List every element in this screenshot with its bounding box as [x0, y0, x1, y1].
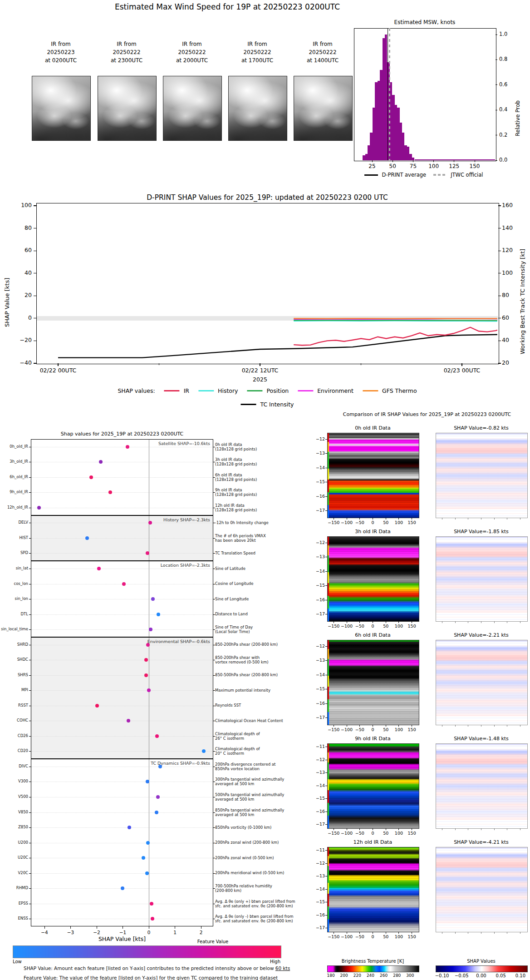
- dotplot-feature-label: Z850: [0, 825, 28, 829]
- panel-y-tick: [325, 646, 327, 647]
- dotplot-gridline: [31, 508, 213, 508]
- panel-x-tick: [347, 725, 347, 727]
- line-swatch: [247, 390, 263, 391]
- panel-y-tick-label: −14: [313, 783, 325, 788]
- panel-y-tick-label: −17: [313, 715, 325, 720]
- dotplot-left-tick: [29, 523, 31, 523]
- ts-left-tick-label: 40: [13, 269, 32, 276]
- dotplot-zero-line: [149, 439, 149, 926]
- panel-x-tick-label: 150: [404, 624, 420, 629]
- dotplot-gridline: [31, 645, 213, 645]
- hist-y-tick: [496, 160, 497, 161]
- hist-legend-item: D-PRINT average: [364, 172, 426, 178]
- panel-x-tick: [347, 621, 347, 623]
- dotplot-feature-label: SHRD: [0, 642, 28, 647]
- ir-thumbnail-label: IR from 20250222 at 2000UTC: [163, 40, 221, 64]
- dotplot-x-tick: [97, 926, 97, 929]
- dotplot-gridline: [31, 660, 213, 660]
- line-swatch: [198, 390, 214, 391]
- hist-legend-label: D-PRINT average: [382, 172, 426, 178]
- panel-x-tick: [373, 518, 373, 520]
- dotplot-feature-label: MPI: [0, 688, 28, 692]
- dotplot-section-divider: [31, 637, 213, 638]
- shap-colorbar-tick-label: 0.00: [472, 973, 491, 978]
- dotplot-x-tick-label: −3: [63, 930, 79, 935]
- dotplot-left-tick: [29, 706, 31, 706]
- ir-panel-title: 9h old IR Data: [327, 736, 418, 742]
- shap-dot: [99, 460, 103, 464]
- dotplot-feature-label: 0h_old_IR: [0, 444, 28, 449]
- shap-dot: [142, 856, 145, 860]
- hist-x-tick-label: 150: [466, 163, 484, 169]
- ts-left-tick: [34, 273, 36, 273]
- dotplot-left-tick: [29, 827, 31, 828]
- dotplot-left-tick: [29, 675, 31, 676]
- shap-panel-x-tick: [468, 932, 468, 934]
- ts-right-axis-label: Working Best Track TC Intensity [kt]: [519, 213, 526, 354]
- solid-line-swatch: [364, 174, 378, 176]
- panel-y-tick-label: −17: [313, 822, 325, 827]
- dotplot-feature-label: V300: [0, 779, 28, 783]
- panel-y-tick: [325, 902, 327, 902]
- panel-y-tick-label: −16: [313, 597, 325, 602]
- dotplot-feature-description: Cosine of Longitude: [215, 581, 306, 586]
- dotplot-feature-label: V500: [0, 794, 28, 799]
- timeseries-legend-item: TC Intensity: [240, 401, 294, 408]
- hist-legend-item: JTWC official: [433, 172, 483, 178]
- ts-right-tick-label: 20: [502, 359, 509, 366]
- dotplot-left-tick: [29, 812, 31, 813]
- shap-colorbar-tick-label: −0.05: [452, 973, 471, 978]
- shap-dot: [146, 841, 150, 845]
- panel-y-tick: [325, 889, 327, 890]
- dotplot-gridline: [31, 858, 213, 858]
- dotplot-feature-description: 850hPa vorticity (0-1000 km): [215, 825, 306, 830]
- dotplot-left-tick: [29, 538, 31, 539]
- panel-y-tick: [325, 850, 327, 851]
- shap-panel-x-tick: [481, 932, 481, 934]
- dotplot-x-tick-label: −4: [36, 930, 53, 935]
- ts-left-tick-label: 0: [13, 314, 32, 321]
- line-swatch: [363, 390, 378, 391]
- dotplot-feature-description: TC Translation Speed: [215, 551, 306, 555]
- dotplot-left-tick: [29, 462, 31, 462]
- comparison-title: Comparison of IR SHAP Values for 2025_19…: [323, 411, 530, 417]
- panel-y-tick-label: −13: [313, 658, 325, 663]
- dotplot-x-tick-label: −1: [115, 930, 131, 935]
- panel-y-tick-label: −16: [313, 912, 325, 917]
- dotplot-feature-description: 0h old IR data (128x128 grid points): [215, 442, 306, 451]
- dotplot-gridline: [31, 812, 213, 813]
- panel-y-tick: [325, 543, 327, 543]
- shap-panel-x-tick: [455, 725, 456, 727]
- timeseries-legend-item: History: [198, 387, 238, 394]
- shap-panel-title: SHAP Value=-4.21 kts: [436, 839, 527, 845]
- feature-value-colorbar: [13, 945, 281, 958]
- panel-x-tick: [373, 932, 373, 934]
- timeseries-legend-item: GFS Thermo: [363, 387, 417, 394]
- panel-x-tick: [386, 932, 386, 934]
- dotplot-x-tick: [70, 926, 71, 929]
- panel-y-tick-label: −12: [313, 861, 325, 866]
- shap-dot: [95, 704, 99, 708]
- panel-y-tick: [325, 571, 327, 572]
- dotplot-left-tick: [29, 599, 31, 599]
- ts-left-tick: [34, 341, 36, 341]
- panel-x-tick: [347, 518, 347, 520]
- shap-panel-x-tick: [442, 518, 442, 520]
- dotplot-section-band: [31, 637, 213, 759]
- shap-panel-x-tick: [455, 621, 456, 623]
- shap-dot: [155, 734, 159, 738]
- ts-right-tick: [498, 205, 501, 206]
- ts-right-tick: [498, 273, 501, 273]
- brightness-colorbar-tick-label: 300: [403, 973, 417, 978]
- panel-y-tick: [325, 760, 327, 760]
- panel-x-tick: [398, 725, 399, 727]
- dotplot-left-tick: [29, 492, 31, 493]
- shap-panel-x-tick: [494, 518, 495, 520]
- ts-right-tick-label: 40: [502, 337, 509, 343]
- timeseries-legend-label: Environment: [317, 387, 353, 394]
- panel-x-tick: [398, 828, 399, 830]
- ts-left-tick: [34, 363, 36, 363]
- panel-x-tick: [398, 621, 399, 623]
- hist-y-tick-label: 0.0: [499, 157, 507, 163]
- panel-x-tick: [359, 725, 360, 727]
